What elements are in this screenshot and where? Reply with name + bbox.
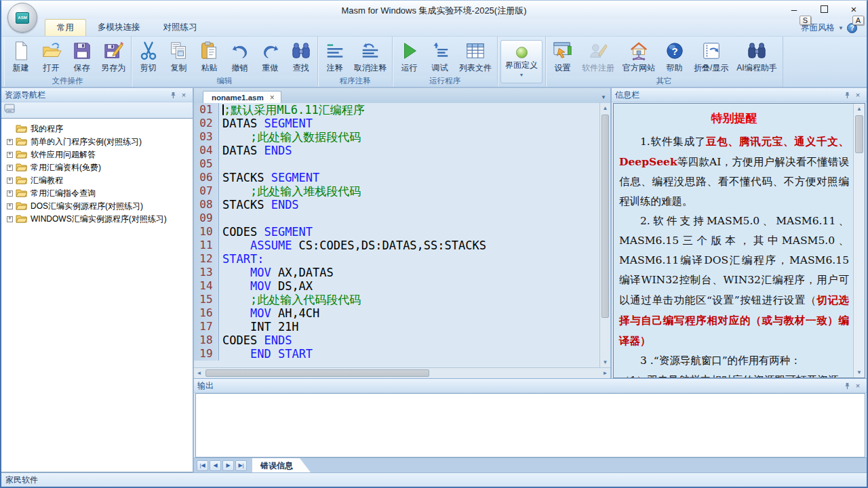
code-line[interactable]: 13 MOV AX,DATAS xyxy=(194,266,599,279)
code-line[interactable]: 12START: xyxy=(194,252,599,266)
ribbon-button-comment[interactable]: 注释 xyxy=(319,37,350,75)
code-line[interactable]: 18CODES ENDS xyxy=(194,333,599,347)
open-folder-icon xyxy=(40,39,62,62)
ribbon-button-undo[interactable]: 撤销 xyxy=(224,37,255,75)
ribbon-button-save[interactable]: 保存 xyxy=(66,37,97,75)
code-line[interactable]: 06STACKS SEGMENT xyxy=(194,171,599,184)
ribbon-button-uncomment[interactable]: 取消注释 xyxy=(350,37,391,75)
code-line[interactable]: 01;默认采用ML6.11汇编程序 xyxy=(194,103,599,117)
code-token: AH,4CH xyxy=(271,306,320,320)
scroll-down-icon[interactable]: ▼ xyxy=(600,357,610,367)
tab-list-chevron-icon[interactable]: ▼ xyxy=(601,94,606,100)
pin-icon[interactable] xyxy=(842,381,852,390)
pin-icon[interactable] xyxy=(167,90,178,100)
vertical-scroll-thumb[interactable] xyxy=(601,115,609,318)
code-line[interactable]: 17 INT 21H xyxy=(194,320,599,333)
editor-tab[interactable]: noname1.asm × xyxy=(203,91,281,103)
folder-icon xyxy=(16,188,31,200)
nav-panel-title: 资源导航栏 xyxy=(5,89,167,101)
code-line[interactable]: 11 ASSUME CS:CODES,DS:DATAS,SS:STACKS xyxy=(194,239,599,252)
tree-item[interactable]: +DOS汇编实例源程序(对照练习) xyxy=(1,200,193,213)
vertical-scroll-thumb[interactable] xyxy=(855,115,863,153)
tree-item[interactable]: +简单的入门程序实例(对照练习) xyxy=(1,136,193,148)
ribbon-button-new[interactable]: 新建 xyxy=(5,37,36,75)
ribbon-button-paste[interactable]: 粘贴 xyxy=(194,37,224,75)
ribbon-button-copy[interactable]: 复制 xyxy=(163,37,194,75)
ribbon-button-save-as[interactable]: 另存为 xyxy=(97,37,130,75)
expand-plus-icon[interactable]: + xyxy=(7,165,13,171)
scroll-up-icon[interactable]: ▲ xyxy=(854,104,865,114)
code-line[interactable]: 10CODES SEGMENT xyxy=(194,225,599,239)
code-line[interactable]: 02DATAS SEGMENT xyxy=(194,117,599,130)
close-icon[interactable]: × xyxy=(852,381,863,390)
ribbon-button-redo[interactable]: 重做 xyxy=(255,37,285,75)
code-token: AX,DATAS xyxy=(271,266,334,279)
code-line[interactable]: 08STACKS ENDS xyxy=(194,198,599,211)
tab-close-icon[interactable]: × xyxy=(270,94,275,101)
ribbon-tab-row: 常用多模块连接对照练习 界面风格 ▼ ? xyxy=(1,19,867,37)
scroll-down-icon[interactable]: ▼ xyxy=(854,367,865,378)
expand-plus-icon[interactable]: + xyxy=(7,139,13,145)
ribbon-button-open[interactable]: 打开 xyxy=(36,37,66,75)
horizontal-scroll-thumb[interactable] xyxy=(205,369,429,377)
code-line[interactable]: 05 xyxy=(194,157,599,171)
expand-plus-icon[interactable]: + xyxy=(7,190,13,197)
scroll-right-icon[interactable]: ► xyxy=(600,368,610,378)
output-nav-button-2[interactable]: ▶ xyxy=(222,460,234,471)
output-nav-button-3[interactable]: ▶| xyxy=(235,460,247,471)
tab-error-info[interactable]: 错误信息 xyxy=(252,458,311,472)
minimize-button[interactable]: – xyxy=(788,3,800,15)
tree-item[interactable]: +WINDOWS汇编实例源程序(对照练习) xyxy=(1,213,193,226)
code-line[interactable]: 07 ;此处输入堆栈段代码 xyxy=(194,184,599,198)
expand-plus-icon[interactable]: + xyxy=(7,152,13,158)
code-line[interactable]: 15 ;此处输入代码段代码 xyxy=(194,293,599,306)
ribbon-button-help[interactable]: ?帮助 xyxy=(659,37,690,75)
ribbon-button-website[interactable]: 官方网站 xyxy=(618,37,659,75)
code-line[interactable]: 03 ;此处输入数据段代码 xyxy=(194,130,599,144)
close-icon[interactable]: × xyxy=(178,90,189,100)
ribbon-button-run[interactable]: 运行 xyxy=(394,37,425,75)
output-content[interactable] xyxy=(195,393,865,458)
editor-vertical-scrollbar[interactable]: ▲ ▼ xyxy=(599,103,610,367)
expand-plus-icon[interactable]: + xyxy=(7,178,13,184)
info-vertical-scrollbar[interactable]: ▲ ▼ xyxy=(853,104,865,378)
output-nav-button-0[interactable]: |◀ xyxy=(197,460,208,471)
code-token: END xyxy=(250,347,271,361)
panel-layout-icon[interactable] xyxy=(4,104,16,117)
ribbon-button-collapse[interactable]: 折叠/显示 xyxy=(690,37,732,75)
maximize-button[interactable] xyxy=(818,3,830,15)
ribbon-button-ui-define[interactable]: 界面定义▼ xyxy=(500,40,542,83)
ribbon-button-ai-assistant[interactable]: AI编程助手 xyxy=(732,37,781,75)
ribbon-button-debug[interactable]: 调试 xyxy=(425,37,455,75)
ribbon-tab-common[interactable]: 常用 xyxy=(45,19,86,36)
code-line[interactable]: 09 xyxy=(194,211,599,225)
ribbon-tab-multi-module[interactable]: 多模块连接 xyxy=(86,19,152,36)
ribbon-button-cut[interactable]: 剪切 xyxy=(133,37,163,75)
code-line[interactable]: 16 MOV AH,4CH xyxy=(194,306,599,320)
expand-plus-icon[interactable]: + xyxy=(7,203,13,209)
application-menu-button[interactable]: ASM xyxy=(7,3,37,33)
pin-icon[interactable] xyxy=(842,90,852,100)
ribbon-button-settings[interactable]: 设置 xyxy=(547,37,578,75)
expand-plus-icon[interactable]: + xyxy=(7,216,13,222)
code-line[interactable]: 19 END START xyxy=(194,347,599,361)
ribbon-tab-practice[interactable]: 对照练习 xyxy=(152,19,209,36)
code-token: MOV xyxy=(250,266,271,279)
tree-item[interactable]: +常用汇编指令查询 xyxy=(1,187,193,200)
tree-item[interactable]: +汇编教程 xyxy=(1,174,193,187)
editor-horizontal-scrollbar[interactable]: ◄ ► xyxy=(194,367,610,378)
tree-item[interactable]: 我的程序 xyxy=(1,123,193,136)
close-button[interactable]: × xyxy=(848,3,860,15)
output-nav-button-1[interactable]: ◀ xyxy=(210,460,221,471)
tree-item[interactable]: +常用汇编资料(免费) xyxy=(1,161,193,174)
close-icon[interactable]: × xyxy=(852,90,863,100)
ribbon-button-find[interactable]: 查找 xyxy=(285,37,316,75)
ribbon-button-list-file[interactable]: 列表文件 xyxy=(455,37,496,75)
scroll-up-icon[interactable]: ▲ xyxy=(600,103,610,113)
code-area[interactable]: 01;默认采用ML6.11汇编程序02DATAS SEGMENT03 ;此处输入… xyxy=(194,103,599,367)
code-line[interactable]: 04DATAS ENDS xyxy=(194,144,599,157)
keytip-help: A xyxy=(852,16,864,25)
code-line[interactable]: 14 MOV DS,AX xyxy=(194,279,599,293)
tree-item[interactable]: +软件应用问题解答 xyxy=(1,148,193,161)
scroll-left-icon[interactable]: ◄ xyxy=(194,368,204,378)
